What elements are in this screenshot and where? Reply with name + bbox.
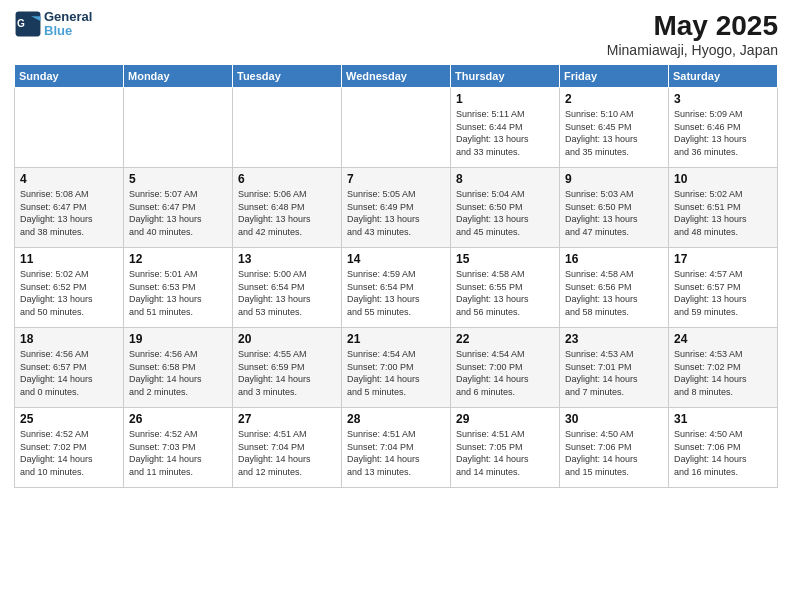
day-info: Sunrise: 5:02 AM Sunset: 6:52 PM Dayligh… (20, 268, 118, 318)
weekday-header: Friday (560, 65, 669, 88)
day-number: 26 (129, 412, 227, 426)
weekday-header: Thursday (451, 65, 560, 88)
day-info: Sunrise: 4:58 AM Sunset: 6:55 PM Dayligh… (456, 268, 554, 318)
day-info: Sunrise: 5:08 AM Sunset: 6:47 PM Dayligh… (20, 188, 118, 238)
weekday-header: Tuesday (233, 65, 342, 88)
calendar-cell: 23Sunrise: 4:53 AM Sunset: 7:01 PM Dayli… (560, 328, 669, 408)
calendar-cell: 16Sunrise: 4:58 AM Sunset: 6:56 PM Dayli… (560, 248, 669, 328)
day-info: Sunrise: 4:55 AM Sunset: 6:59 PM Dayligh… (238, 348, 336, 398)
day-info: Sunrise: 5:02 AM Sunset: 6:51 PM Dayligh… (674, 188, 772, 238)
calendar-cell: 1Sunrise: 5:11 AM Sunset: 6:44 PM Daylig… (451, 88, 560, 168)
calendar-cell: 15Sunrise: 4:58 AM Sunset: 6:55 PM Dayli… (451, 248, 560, 328)
calendar-cell (233, 88, 342, 168)
header-area: G General Blue May 2025 Minamiawaji, Hyo… (14, 10, 778, 58)
calendar-cell: 7Sunrise: 5:05 AM Sunset: 6:49 PM Daylig… (342, 168, 451, 248)
day-info: Sunrise: 4:56 AM Sunset: 6:57 PM Dayligh… (20, 348, 118, 398)
logo-general: General (44, 10, 92, 24)
day-info: Sunrise: 4:54 AM Sunset: 7:00 PM Dayligh… (456, 348, 554, 398)
calendar-cell: 17Sunrise: 4:57 AM Sunset: 6:57 PM Dayli… (669, 248, 778, 328)
day-info: Sunrise: 4:53 AM Sunset: 7:02 PM Dayligh… (674, 348, 772, 398)
calendar-cell: 10Sunrise: 5:02 AM Sunset: 6:51 PM Dayli… (669, 168, 778, 248)
calendar-cell: 18Sunrise: 4:56 AM Sunset: 6:57 PM Dayli… (15, 328, 124, 408)
weekday-header: Wednesday (342, 65, 451, 88)
calendar-cell: 6Sunrise: 5:06 AM Sunset: 6:48 PM Daylig… (233, 168, 342, 248)
day-info: Sunrise: 5:00 AM Sunset: 6:54 PM Dayligh… (238, 268, 336, 318)
day-number: 8 (456, 172, 554, 186)
calendar-table: SundayMondayTuesdayWednesdayThursdayFrid… (14, 64, 778, 488)
day-info: Sunrise: 5:07 AM Sunset: 6:47 PM Dayligh… (129, 188, 227, 238)
svg-text:G: G (17, 18, 25, 29)
calendar-cell: 8Sunrise: 5:04 AM Sunset: 6:50 PM Daylig… (451, 168, 560, 248)
day-info: Sunrise: 5:10 AM Sunset: 6:45 PM Dayligh… (565, 108, 663, 158)
day-info: Sunrise: 5:01 AM Sunset: 6:53 PM Dayligh… (129, 268, 227, 318)
month-title: May 2025 (607, 10, 778, 42)
day-number: 6 (238, 172, 336, 186)
day-number: 30 (565, 412, 663, 426)
calendar-cell: 12Sunrise: 5:01 AM Sunset: 6:53 PM Dayli… (124, 248, 233, 328)
weekday-header-row: SundayMondayTuesdayWednesdayThursdayFrid… (15, 65, 778, 88)
calendar-cell (342, 88, 451, 168)
day-info: Sunrise: 4:50 AM Sunset: 7:06 PM Dayligh… (565, 428, 663, 478)
calendar-cell (124, 88, 233, 168)
day-info: Sunrise: 5:03 AM Sunset: 6:50 PM Dayligh… (565, 188, 663, 238)
calendar-cell: 11Sunrise: 5:02 AM Sunset: 6:52 PM Dayli… (15, 248, 124, 328)
day-number: 5 (129, 172, 227, 186)
day-number: 11 (20, 252, 118, 266)
day-number: 10 (674, 172, 772, 186)
calendar-cell: 30Sunrise: 4:50 AM Sunset: 7:06 PM Dayli… (560, 408, 669, 488)
calendar-cell: 4Sunrise: 5:08 AM Sunset: 6:47 PM Daylig… (15, 168, 124, 248)
day-number: 9 (565, 172, 663, 186)
day-info: Sunrise: 4:52 AM Sunset: 7:03 PM Dayligh… (129, 428, 227, 478)
calendar-cell: 20Sunrise: 4:55 AM Sunset: 6:59 PM Dayli… (233, 328, 342, 408)
weekday-header: Sunday (15, 65, 124, 88)
calendar-week-row: 1Sunrise: 5:11 AM Sunset: 6:44 PM Daylig… (15, 88, 778, 168)
day-number: 1 (456, 92, 554, 106)
title-block: May 2025 Minamiawaji, Hyogo, Japan (607, 10, 778, 58)
day-info: Sunrise: 4:54 AM Sunset: 7:00 PM Dayligh… (347, 348, 445, 398)
day-info: Sunrise: 5:06 AM Sunset: 6:48 PM Dayligh… (238, 188, 336, 238)
day-number: 20 (238, 332, 336, 346)
logo-blue: Blue (44, 24, 92, 38)
day-number: 4 (20, 172, 118, 186)
day-number: 23 (565, 332, 663, 346)
day-info: Sunrise: 5:11 AM Sunset: 6:44 PM Dayligh… (456, 108, 554, 158)
day-info: Sunrise: 5:05 AM Sunset: 6:49 PM Dayligh… (347, 188, 445, 238)
logo: G General Blue (14, 10, 92, 39)
day-number: 12 (129, 252, 227, 266)
day-number: 27 (238, 412, 336, 426)
calendar-cell: 29Sunrise: 4:51 AM Sunset: 7:05 PM Dayli… (451, 408, 560, 488)
day-number: 2 (565, 92, 663, 106)
calendar-cell (15, 88, 124, 168)
day-info: Sunrise: 4:58 AM Sunset: 6:56 PM Dayligh… (565, 268, 663, 318)
calendar-cell: 28Sunrise: 4:51 AM Sunset: 7:04 PM Dayli… (342, 408, 451, 488)
page-container: G General Blue May 2025 Minamiawaji, Hyo… (0, 0, 792, 498)
calendar-cell: 14Sunrise: 4:59 AM Sunset: 6:54 PM Dayli… (342, 248, 451, 328)
calendar-cell: 19Sunrise: 4:56 AM Sunset: 6:58 PM Dayli… (124, 328, 233, 408)
day-info: Sunrise: 4:56 AM Sunset: 6:58 PM Dayligh… (129, 348, 227, 398)
day-info: Sunrise: 4:51 AM Sunset: 7:05 PM Dayligh… (456, 428, 554, 478)
calendar-cell: 13Sunrise: 5:00 AM Sunset: 6:54 PM Dayli… (233, 248, 342, 328)
day-info: Sunrise: 4:52 AM Sunset: 7:02 PM Dayligh… (20, 428, 118, 478)
weekday-header: Saturday (669, 65, 778, 88)
day-info: Sunrise: 4:51 AM Sunset: 7:04 PM Dayligh… (347, 428, 445, 478)
location-title: Minamiawaji, Hyogo, Japan (607, 42, 778, 58)
day-number: 3 (674, 92, 772, 106)
calendar-cell: 21Sunrise: 4:54 AM Sunset: 7:00 PM Dayli… (342, 328, 451, 408)
calendar-week-row: 18Sunrise: 4:56 AM Sunset: 6:57 PM Dayli… (15, 328, 778, 408)
day-info: Sunrise: 4:51 AM Sunset: 7:04 PM Dayligh… (238, 428, 336, 478)
calendar-cell: 26Sunrise: 4:52 AM Sunset: 7:03 PM Dayli… (124, 408, 233, 488)
day-number: 29 (456, 412, 554, 426)
weekday-header: Monday (124, 65, 233, 88)
day-info: Sunrise: 4:53 AM Sunset: 7:01 PM Dayligh… (565, 348, 663, 398)
calendar-cell: 22Sunrise: 4:54 AM Sunset: 7:00 PM Dayli… (451, 328, 560, 408)
day-number: 28 (347, 412, 445, 426)
day-number: 13 (238, 252, 336, 266)
calendar-cell: 25Sunrise: 4:52 AM Sunset: 7:02 PM Dayli… (15, 408, 124, 488)
day-number: 18 (20, 332, 118, 346)
day-number: 14 (347, 252, 445, 266)
calendar-week-row: 11Sunrise: 5:02 AM Sunset: 6:52 PM Dayli… (15, 248, 778, 328)
day-info: Sunrise: 5:04 AM Sunset: 6:50 PM Dayligh… (456, 188, 554, 238)
day-info: Sunrise: 4:50 AM Sunset: 7:06 PM Dayligh… (674, 428, 772, 478)
calendar-cell: 24Sunrise: 4:53 AM Sunset: 7:02 PM Dayli… (669, 328, 778, 408)
day-number: 7 (347, 172, 445, 186)
